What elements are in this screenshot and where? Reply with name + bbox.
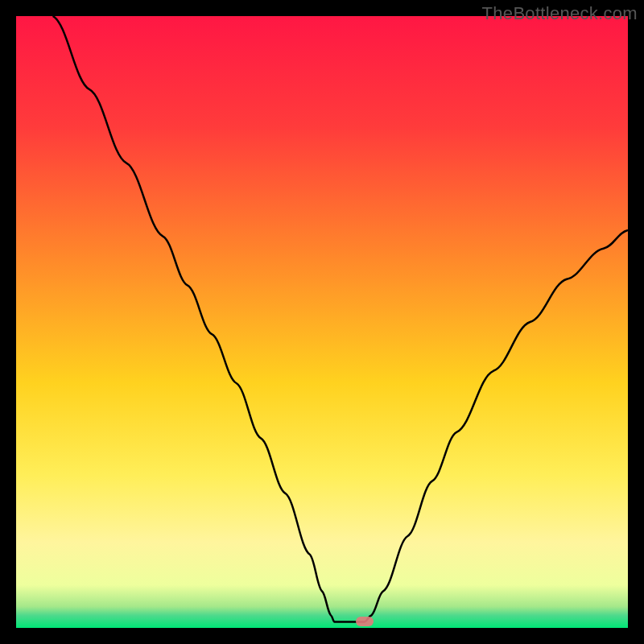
watermark-text: TheBottleneck.com xyxy=(482,3,638,24)
chart-svg xyxy=(16,16,628,628)
chart-plot-area xyxy=(16,16,628,628)
gradient-background xyxy=(16,16,628,628)
optimum-marker xyxy=(356,617,374,626)
